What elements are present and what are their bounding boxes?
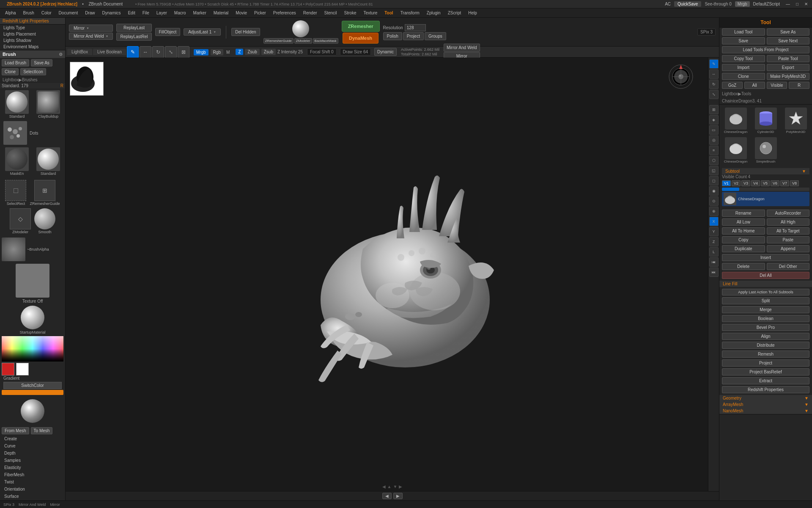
zmodeler-btn[interactable]: ZModeler xyxy=(294,38,312,44)
side-polyf-btn[interactable]: ⬡ xyxy=(709,156,719,165)
v3-btn[interactable]: V3 xyxy=(741,180,750,186)
tab-snap[interactable]: ⊠ xyxy=(178,46,189,58)
side-timeout-btn[interactable]: ⏭ xyxy=(709,268,719,277)
v1-btn[interactable]: V1 xyxy=(722,180,731,186)
menu-marker[interactable]: Marker xyxy=(190,10,210,16)
brush-item-standard[interactable]: Standard xyxy=(2,89,32,119)
environment-maps-item[interactable]: Environment Maps xyxy=(0,44,65,50)
brush-item-masken[interactable]: MaskEn xyxy=(2,146,32,177)
menu-document[interactable]: Document xyxy=(55,10,82,16)
geometry-section-title[interactable]: Geometry ▼ xyxy=(719,395,812,401)
duplicate-button[interactable]: Duplicate xyxy=(722,245,765,252)
menu-stencil[interactable]: Stencil xyxy=(321,10,340,16)
menu-transform[interactable]: Transform xyxy=(397,10,423,16)
menu-picker[interactable]: Picker xyxy=(251,10,269,16)
load-tool-button[interactable]: Load Tool xyxy=(722,28,765,36)
menu-brush[interactable]: Brush xyxy=(20,10,38,16)
menu-help[interactable]: Help xyxy=(465,10,480,16)
version-slider[interactable] xyxy=(722,188,809,191)
side-floor-btn[interactable]: ▭ xyxy=(709,125,719,135)
all-low-button[interactable]: All Low xyxy=(722,218,765,226)
side-rotate-btn[interactable]: ↻ xyxy=(709,80,719,89)
side-xsym-btn[interactable]: X xyxy=(709,217,719,226)
del-other-button[interactable]: Del Other xyxy=(767,263,810,270)
menu-color[interactable]: Color xyxy=(38,10,55,16)
all-high-button[interactable]: All High xyxy=(767,218,810,226)
load-tools-from-project-button[interactable]: Load Tools From Project xyxy=(722,46,809,53)
select-icon-button[interactable]: SelectIcon xyxy=(20,68,46,75)
brush-item-standard2[interactable]: Standard xyxy=(33,146,63,177)
auto-recorder-button[interactable]: AutoRecorder xyxy=(767,210,810,217)
tab-draw-mode[interactable]: ✎ xyxy=(127,46,139,58)
redshift-header[interactable]: Redshift Light Properties xyxy=(0,18,65,25)
menu-surface[interactable]: Surface xyxy=(0,493,65,500)
menu-depth[interactable]: Depth xyxy=(0,450,65,457)
import-button[interactable]: Import xyxy=(722,64,765,71)
lightbox-tab[interactable]: LightBox xyxy=(67,49,92,55)
zsub-btn[interactable]: Zsub xyxy=(245,49,259,55)
rename-button[interactable]: Rename xyxy=(722,210,765,217)
tool-item-dragon1[interactable]: ChineseDragon xyxy=(721,106,750,135)
insert-button[interactable]: Insert xyxy=(722,254,809,261)
side-selpoly-btn[interactable]: ⊙ xyxy=(709,196,719,206)
project-button[interactable]: Project xyxy=(403,32,424,40)
menu-tool[interactable]: Tool xyxy=(381,10,396,16)
all-to-target-button[interactable]: All To Target xyxy=(767,227,810,235)
bottom-left-btn[interactable]: ◀ xyxy=(382,493,392,499)
v5-btn[interactable]: V5 xyxy=(761,180,770,186)
side-zsym-btn[interactable]: Z xyxy=(709,237,719,246)
v7-btn[interactable]: V7 xyxy=(780,180,789,186)
draw-size-display[interactable]: Draw Size 64 xyxy=(340,48,371,55)
goz-button[interactable]: GoZ xyxy=(722,82,743,89)
side-move-btn[interactable]: ↔ xyxy=(709,69,719,79)
polish-button[interactable]: Polish xyxy=(383,32,402,40)
menu-render[interactable]: Render xyxy=(300,10,321,16)
tool-item-simplebrush[interactable]: SimpleBrush xyxy=(751,136,780,165)
brush-item-zremeshguide[interactable]: ⊞ ZRemesherGuide xyxy=(29,179,60,207)
bottom-right-btn[interactable]: ▶ xyxy=(393,493,403,499)
align-button[interactable]: Align xyxy=(722,333,809,340)
menu-stroke[interactable]: Stroke xyxy=(341,10,360,16)
subtool-item-main[interactable]: ChineseDragon xyxy=(722,192,809,206)
lights-shadow-item[interactable]: Lights Shadow xyxy=(0,37,65,44)
menu-layer[interactable]: Layer xyxy=(153,10,170,16)
clone-brush-button[interactable]: Clone xyxy=(2,68,19,75)
dynamic-btn[interactable]: Dynamic xyxy=(374,48,397,56)
paste-tool-button[interactable]: Paste Tool xyxy=(767,55,810,62)
side-frame-btn[interactable]: ⊞ xyxy=(709,105,719,114)
menu-alpha[interactable]: Alpha xyxy=(2,10,19,16)
to-mesh-button[interactable]: To Mesh xyxy=(31,427,53,434)
tab-move-mode[interactable]: ↔ xyxy=(140,46,151,58)
side-draw-btn[interactable]: ✎ xyxy=(709,59,719,69)
nav-gizmo[interactable] xyxy=(668,64,694,89)
minimize-btn[interactable]: — xyxy=(783,1,793,7)
secondary-color-swatch[interactable] xyxy=(16,363,29,375)
z-btn[interactable]: Z xyxy=(236,49,243,55)
menu-edit[interactable]: Edit xyxy=(124,10,138,16)
nano-mesh-section-title[interactable]: NanoMesh ▼ xyxy=(719,408,812,414)
bevel-pro-button[interactable]: Bevel Pro xyxy=(722,324,809,331)
tool-item-polymesh[interactable]: PolyMesh3D xyxy=(781,106,810,135)
zsub2-btn[interactable]: Zsub xyxy=(261,49,276,55)
menu-texture[interactable]: Texture xyxy=(360,10,381,16)
resolution-input[interactable] xyxy=(405,24,426,31)
project2-button[interactable]: Project xyxy=(722,359,809,367)
copy-tool-button[interactable]: Copy Tool xyxy=(722,55,765,62)
lightbox-tools-label[interactable]: Lightbox▶Tools xyxy=(722,91,751,97)
distribute-button[interactable]: Distribute xyxy=(722,342,809,349)
rgb-btn[interactable]: Rgb xyxy=(211,49,223,55)
project-basrelief-button[interactable]: Project BasRelief xyxy=(722,368,809,375)
del-all-button[interactable]: Del All xyxy=(722,272,809,279)
groups-button[interactable]: Groups xyxy=(425,32,446,40)
v8-btn[interactable]: V8 xyxy=(790,180,799,186)
array-mesh-section-title[interactable]: ArrayMesh ▼ xyxy=(719,401,812,408)
menu-samples[interactable]: Samples xyxy=(0,457,65,464)
zremesher-guide-btn[interactable]: ZRemesherGuide xyxy=(263,38,294,44)
line-fill-section[interactable]: Line Fill xyxy=(719,281,812,287)
lights-placement-item[interactable]: Lights Placement xyxy=(0,31,65,37)
v4-btn[interactable]: V4 xyxy=(751,180,760,186)
menu-file[interactable]: File xyxy=(139,10,153,16)
tab-scale-mode[interactable]: ⤡ xyxy=(165,46,177,58)
brush-settings-icon[interactable]: ⚙ xyxy=(59,52,63,57)
replay-last-button[interactable]: ReplayLast xyxy=(116,24,151,32)
